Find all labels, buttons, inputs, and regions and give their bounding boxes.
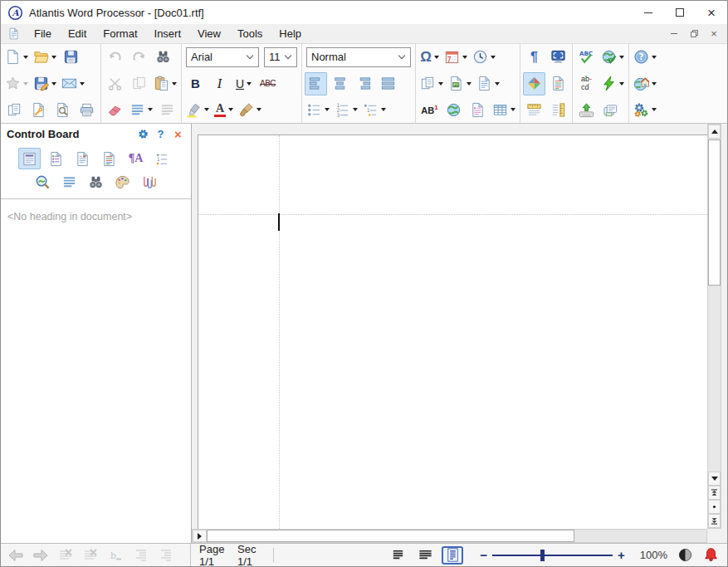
align-left-button[interactable]	[305, 72, 327, 95]
contrast-icon[interactable]	[677, 547, 693, 563]
horizontal-ruler-button[interactable]	[523, 98, 545, 121]
search-pane-button[interactable]	[85, 171, 107, 193]
previous-page-button[interactable]	[708, 486, 721, 500]
documents-button[interactable]	[3, 98, 26, 121]
new-document-button[interactable]	[3, 46, 30, 69]
formatting-marks-button[interactable]: ¶	[523, 46, 545, 69]
document-properties-button[interactable]	[27, 98, 50, 121]
insert-date-button[interactable]	[442, 46, 469, 69]
autocorrect-button[interactable]	[599, 72, 626, 95]
paragraphs-pane-button[interactable]	[58, 171, 81, 193]
print-preview-button[interactable]	[51, 98, 74, 121]
notification-bell-icon[interactable]	[703, 547, 719, 563]
doc-close-button[interactable]: ×	[706, 27, 722, 41]
online-view-button[interactable]	[414, 546, 436, 565]
horizontal-scrollbar[interactable]	[192, 529, 707, 543]
multilevel-list-button[interactable]	[361, 98, 388, 121]
document-overview-button[interactable]	[599, 98, 622, 121]
control-board-toggle-button[interactable]	[523, 72, 545, 95]
paste-button[interactable]	[152, 72, 178, 95]
menu-file[interactable]: File	[26, 24, 60, 44]
vertical-scrollbar[interactable]	[707, 124, 721, 529]
scroll-up-button[interactable]	[708, 125, 721, 139]
menu-insert[interactable]: Insert	[146, 24, 190, 44]
style-combo[interactable]: Normal	[306, 47, 411, 67]
clipboard-pane-button[interactable]	[71, 148, 94, 169]
zoom-slider-thumb[interactable]	[540, 550, 545, 561]
control-board-close-button[interactable]: ×	[171, 127, 185, 141]
insert-table-button[interactable]	[491, 98, 517, 121]
spellcheck-button[interactable]	[575, 46, 598, 69]
appearance-pane-button[interactable]	[111, 171, 134, 193]
outline-pane-button[interactable]	[151, 148, 173, 169]
paragraph-style-button[interactable]	[128, 98, 154, 121]
save-button[interactable]	[60, 46, 82, 69]
zoom-slider[interactable]	[492, 555, 613, 556]
print-button[interactable]	[76, 98, 98, 121]
italic-button[interactable]: I	[208, 72, 231, 95]
full-screen-button[interactable]	[547, 46, 569, 69]
styles-pane-button[interactable]	[45, 148, 67, 169]
numbered-list-button[interactable]	[333, 98, 359, 121]
scroll-down-button[interactable]	[708, 472, 721, 486]
save-as-button[interactable]	[32, 72, 58, 95]
menu-help[interactable]: Help	[271, 24, 310, 44]
font-size-combo[interactable]: 11	[264, 47, 297, 67]
insert-symbol-button[interactable]: Ω	[418, 46, 441, 69]
next-page-button[interactable]	[708, 514, 721, 528]
atlantis-website-button[interactable]	[632, 72, 658, 95]
draft-view-button[interactable]	[387, 546, 408, 565]
bullet-list-button[interactable]	[305, 98, 331, 121]
format-painter-button[interactable]	[237, 98, 263, 121]
browse-object-button[interactable]	[708, 500, 721, 514]
page-indicator[interactable]: Page 1/1	[199, 543, 229, 567]
insert-file-button[interactable]	[418, 72, 445, 95]
vertical-scroll-thumb[interactable]	[708, 139, 721, 286]
highlight-button[interactable]	[184, 98, 211, 121]
menu-edit[interactable]: Edit	[60, 24, 95, 44]
document-page[interactable]	[198, 134, 707, 529]
print-layout-button[interactable]	[442, 546, 463, 565]
insert-footnote-button[interactable]: AB1	[418, 98, 441, 121]
insert-hyperlink-button[interactable]	[442, 98, 465, 121]
bold-button[interactable]: B	[184, 72, 207, 95]
vertical-ruler-button[interactable]	[547, 98, 569, 121]
insert-time-button[interactable]	[471, 46, 497, 69]
attachments-pane-button[interactable]	[138, 171, 160, 193]
strikethrough-button[interactable]: ABC	[257, 72, 279, 95]
doc-minimize-button[interactable]	[666, 27, 682, 41]
control-board-help-button[interactable]: ?	[154, 127, 168, 141]
special-symbols-pane-button[interactable]: ¶A	[125, 148, 147, 169]
open-document-button[interactable]	[32, 46, 58, 69]
find-button[interactable]	[152, 46, 174, 69]
justify-button[interactable]	[377, 72, 399, 95]
insert-picture-button[interactable]	[447, 72, 473, 95]
bookmarks-pane-button[interactable]	[98, 148, 120, 169]
doc-restore-button[interactable]	[686, 27, 702, 41]
font-name-combo[interactable]: Arial	[186, 47, 259, 67]
minimize-button[interactable]	[633, 2, 664, 24]
erase-button[interactable]	[104, 98, 126, 121]
send-mail-button[interactable]	[60, 72, 86, 95]
underline-button[interactable]: U	[232, 72, 255, 95]
control-board-settings-button[interactable]	[136, 127, 150, 141]
help-button[interactable]	[632, 46, 658, 69]
scroll-right-button[interactable]	[193, 530, 207, 542]
menu-format[interactable]: Format	[95, 24, 145, 44]
insert-document-button[interactable]	[475, 72, 501, 95]
zoom-in-button[interactable]: +	[613, 549, 630, 561]
document-editor[interactable]	[192, 124, 727, 543]
maximize-button[interactable]	[664, 2, 696, 24]
color-codes-button[interactable]	[547, 72, 569, 95]
options-button[interactable]	[632, 98, 658, 121]
menu-view[interactable]: View	[189, 24, 229, 44]
live-spellcheck-button[interactable]	[599, 46, 626, 69]
section-indicator[interactable]: Sec 1/1	[237, 543, 263, 567]
align-center-button[interactable]	[329, 72, 351, 95]
preview-pane-button[interactable]	[32, 171, 54, 193]
font-color-button[interactable]: A	[213, 98, 235, 121]
onscreen-keyboard-button[interactable]	[575, 98, 598, 121]
horizontal-scroll-thumb[interactable]	[207, 530, 574, 542]
zoom-out-button[interactable]: −	[475, 549, 492, 561]
zoom-level[interactable]: 100%	[640, 549, 667, 561]
